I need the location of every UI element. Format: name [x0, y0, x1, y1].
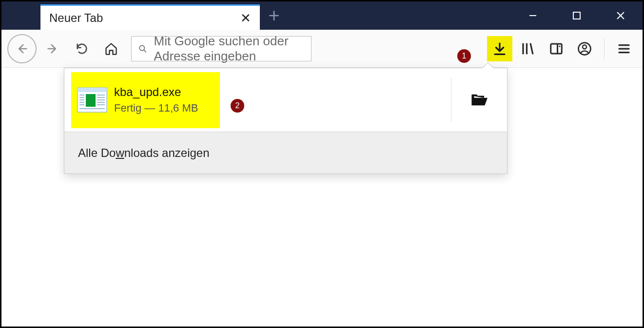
arrow-right-icon [46, 42, 59, 56]
tab-title: Neuer Tab [49, 11, 103, 25]
window-controls [511, 1, 643, 30]
sidebar-button[interactable] [544, 36, 569, 61]
tab-bar: Neuer Tab ✕ [1, 1, 643, 30]
home-icon [104, 42, 118, 56]
reload-button[interactable] [69, 36, 95, 62]
annotation-badge-2: 2 [231, 99, 244, 113]
minimize-button[interactable] [511, 1, 555, 30]
plus-icon [268, 9, 280, 22]
account-button[interactable] [572, 36, 597, 61]
svg-rect-19 [78, 88, 107, 92]
download-filename: kba_upd.exe [114, 85, 198, 99]
close-window-button[interactable] [599, 1, 643, 30]
svg-point-12 [559, 45, 560, 47]
download-highlight: kba_upd.exe Fertig — 11,6 MB [71, 72, 220, 128]
hamburger-icon [617, 41, 631, 56]
home-button[interactable] [98, 36, 124, 62]
download-item[interactable]: kba_upd.exe Fertig — 11,6 MB [64, 68, 507, 132]
close-tab-icon[interactable]: ✕ [240, 12, 251, 24]
svg-rect-1 [573, 12, 580, 19]
annotation-badge-1: 1 [457, 49, 471, 63]
panel-arrow [482, 62, 493, 68]
browser-tab[interactable]: Neuer Tab ✕ [40, 4, 260, 30]
toolbar: Mit Google suchen oder Adresse eingeben [1, 30, 643, 68]
maximize-button[interactable] [555, 1, 599, 30]
forward-button[interactable] [39, 36, 66, 62]
menu-button[interactable] [611, 36, 637, 61]
download-arrow-icon [492, 41, 507, 56]
reload-icon [75, 42, 89, 56]
back-button[interactable] [7, 34, 37, 63]
sidebar-icon [549, 41, 564, 56]
account-icon [577, 41, 592, 56]
url-placeholder: Mit Google suchen oder Adresse eingeben [154, 34, 304, 64]
file-type-icon [75, 85, 109, 115]
library-icon [521, 41, 535, 56]
svg-point-14 [583, 45, 586, 49]
minimize-icon [528, 11, 538, 20]
show-all-text: Alle Downloads anzeigen [78, 146, 210, 160]
maximize-icon [572, 11, 581, 20]
new-tab-button[interactable] [260, 1, 288, 30]
svg-line-5 [144, 50, 146, 52]
downloads-button[interactable] [487, 36, 512, 61]
downloads-panel: kba_upd.exe Fertig — 11,6 MB Alle Downlo… [64, 68, 507, 174]
open-folder-button[interactable] [451, 78, 507, 122]
folder-open-icon [471, 93, 488, 107]
search-icon [138, 42, 147, 56]
download-status: Fertig — 11,6 MB [114, 102, 198, 115]
toolbar-separator [604, 39, 605, 59]
library-button[interactable] [515, 36, 541, 61]
show-all-downloads[interactable]: Alle Downloads anzeigen [64, 132, 507, 174]
download-text: kba_upd.exe Fertig — 11,6 MB [114, 85, 198, 115]
svg-rect-10 [551, 44, 562, 54]
close-icon [616, 11, 625, 20]
arrow-left-icon [15, 42, 29, 56]
url-bar[interactable]: Mit Google suchen oder Adresse eingeben [131, 36, 312, 61]
svg-rect-20 [86, 94, 96, 107]
svg-line-9 [530, 43, 533, 54]
